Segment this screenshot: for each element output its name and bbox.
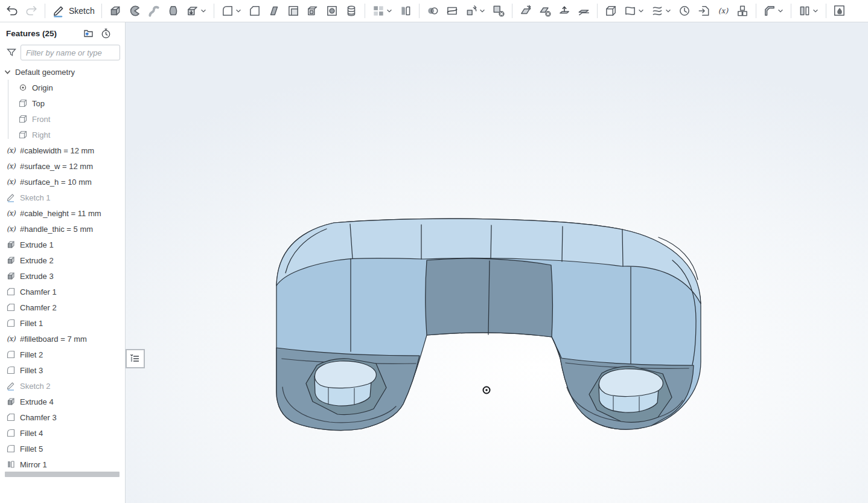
filter-input[interactable]: [21, 45, 120, 60]
feature-item[interactable]: Extrude 4: [0, 394, 125, 409]
tree-item-right[interactable]: Right: [0, 127, 125, 143]
transform-icon[interactable]: [463, 2, 488, 20]
draft-icon[interactable]: [266, 2, 282, 20]
import-icon[interactable]: [695, 2, 712, 20]
rollback-history-icon[interactable]: [100, 28, 112, 39]
chamfer-icon: [5, 303, 16, 312]
composite-part-icon[interactable]: [734, 2, 751, 20]
dropdown-chevron-icon[interactable]: [777, 7, 784, 14]
feature-item[interactable]: Fillet 1: [0, 315, 125, 331]
feature-item[interactable]: (x)#handle_thic = 5 mm: [0, 221, 125, 237]
fillet-icon[interactable]: [219, 2, 244, 20]
toolbar-separator: [826, 4, 826, 18]
feature-item[interactable]: Chamfer 1: [0, 284, 125, 300]
dropdown-chevron-icon[interactable]: [386, 7, 393, 14]
loft-icon[interactable]: [165, 2, 182, 20]
mirror-icon[interactable]: [397, 2, 414, 20]
panel-flyout-button[interactable]: [126, 349, 145, 368]
dropdown-chevron-icon[interactable]: [235, 7, 242, 14]
feature-item-label: Fillet 2: [20, 350, 43, 359]
linear-pattern-icon[interactable]: [370, 2, 395, 20]
curve-pattern-icon[interactable]: [649, 2, 674, 20]
plane-icon[interactable]: [602, 2, 619, 20]
sheet-metal-icon[interactable]: [761, 2, 786, 20]
feature-item[interactable]: Chamfer 3: [0, 409, 125, 425]
chamfer-icon: [5, 412, 16, 422]
filter-row: [0, 42, 125, 64]
delete-face-icon[interactable]: [537, 2, 554, 20]
chamfer-icon[interactable]: [246, 2, 263, 20]
dropdown-chevron-icon[interactable]: [200, 7, 207, 14]
feature-item[interactable]: (x)#filletboard = 7 mm: [0, 331, 125, 347]
dropdown-chevron-icon[interactable]: [812, 7, 819, 14]
split-icon[interactable]: [444, 2, 461, 20]
dropdown-chevron-icon[interactable]: [479, 7, 486, 14]
viewport-3d[interactable]: [126, 22, 868, 503]
extrude-icon[interactable]: [107, 2, 124, 20]
shell-icon[interactable]: [304, 2, 321, 20]
variable-icon[interactable]: (x): [715, 2, 732, 20]
origin-icon: [18, 83, 28, 92]
feature-item[interactable]: Fillet 3: [0, 362, 125, 378]
offset-surface-icon[interactable]: [575, 2, 592, 20]
tree-guide-line: [8, 80, 8, 139]
part-studio-app: Sketch(x) Features (25): [0, 0, 868, 503]
feature-item[interactable]: (x)#cable_height = 11 mm: [0, 205, 125, 221]
toolbar-separator: [791, 4, 791, 18]
feature-item-label: Extrude 3: [20, 272, 54, 281]
sweep-icon[interactable]: [145, 2, 162, 20]
clock-icon[interactable]: [676, 2, 693, 20]
add-folder-button[interactable]: [83, 28, 94, 39]
filter-icon[interactable]: [6, 47, 17, 58]
main-area: Features (25): [0, 22, 868, 503]
feature-item[interactable]: Sketch 2: [0, 378, 125, 394]
cylinder-icon[interactable]: [343, 2, 360, 20]
feature-item-label: Sketch 1: [20, 193, 51, 202]
variable-icon: (x): [5, 225, 16, 233]
delete-part-icon[interactable]: [490, 2, 507, 20]
feature-item[interactable]: Fillet 5: [0, 441, 125, 457]
variable-icon: (x): [5, 162, 16, 170]
feature-item[interactable]: Sketch 1: [0, 190, 125, 205]
move-face-icon[interactable]: [517, 2, 534, 20]
feature-item[interactable]: (x)#surface_h = 10 mm: [0, 174, 125, 190]
redo-icon[interactable]: [23, 2, 40, 20]
cable-clip-model[interactable]: [126, 22, 868, 503]
extrude-icon: [5, 255, 16, 265]
sketch-button[interactable]: Sketch: [50, 2, 97, 20]
feature-item[interactable]: Mirror 1: [0, 457, 125, 472]
rib-icon[interactable]: [285, 2, 302, 20]
thicken-icon[interactable]: [184, 2, 209, 20]
thicken-surface-icon[interactable]: [796, 2, 821, 20]
boolean-icon[interactable]: [424, 2, 441, 20]
feature-item[interactable]: (x)#surface_w = 12 mm: [0, 158, 125, 174]
feature-item[interactable]: (x)#cablewidth = 12 mm: [0, 143, 125, 158]
chevron-down-icon[interactable]: [4, 68, 11, 76]
feature-item[interactable]: Extrude 1: [0, 237, 125, 252]
sketch-icon: [5, 193, 16, 202]
rollback-bar[interactable]: [5, 472, 120, 477]
tree-item-top[interactable]: Top: [0, 95, 125, 111]
mirror-icon: [5, 460, 16, 469]
feature-item[interactable]: Fillet 4: [0, 425, 125, 441]
feature-item-label: Fillet 4: [20, 429, 43, 438]
tree-root-default-geometry[interactable]: Default geometry: [0, 64, 125, 80]
hole-icon[interactable]: [324, 2, 340, 20]
feature-item[interactable]: Chamfer 2: [0, 300, 125, 315]
appearance-icon[interactable]: [831, 2, 848, 20]
replace-face-icon[interactable]: [556, 2, 573, 20]
chamfer-icon: [5, 287, 16, 296]
feature-item-label: Sketch 2: [20, 382, 51, 391]
dropdown-chevron-icon[interactable]: [637, 7, 645, 14]
tree-item-front[interactable]: Front: [0, 111, 125, 127]
feature-item[interactable]: Fillet 2: [0, 347, 125, 362]
dropdown-chevron-icon[interactable]: [665, 7, 672, 14]
feature-item[interactable]: Extrude 2: [0, 252, 125, 268]
feature-item[interactable]: Extrude 3: [0, 268, 125, 284]
fillet-icon: [5, 350, 16, 359]
fill-surface-icon[interactable]: [622, 2, 646, 20]
revolve-icon[interactable]: [126, 2, 143, 20]
undo-icon[interactable]: [4, 2, 21, 20]
extrude-icon: [5, 397, 16, 406]
tree-item-origin[interactable]: Origin: [0, 80, 125, 95]
